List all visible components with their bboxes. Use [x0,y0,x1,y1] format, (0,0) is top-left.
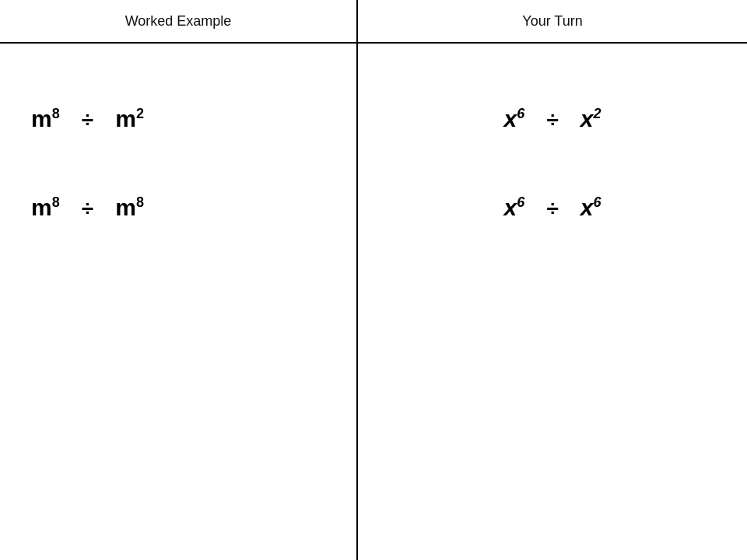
left-expression-1: m8 ÷ m2 [31,106,325,132]
right-expr1-text: x6 ÷ x2 [503,106,601,132]
left-expr2-div: ÷ [75,196,100,220]
left-expr1-text: m8 ÷ m2 [31,106,144,132]
header-left: Worked Example [0,0,358,42]
right-expression-2: x6 ÷ x6 [389,194,716,221]
right-expr1-div: ÷ [541,107,565,131]
content-right: x6 ÷ x2 x6 ÷ x6 [358,44,747,560]
page-container: Worked Example Your Turn m8 ÷ m2 m8 ÷ m8 [0,0,747,560]
left-expression-2: m8 ÷ m8 [31,194,325,221]
right-expression-1: x6 ÷ x2 [389,106,716,132]
your-turn-label: Your Turn [522,13,582,30]
content-row: m8 ÷ m2 m8 ÷ m8 x6 ÷ x2 [0,44,747,560]
right-expr2-text: x6 ÷ x6 [503,194,601,221]
left-expr1-div: ÷ [75,107,100,131]
left-expr2-text: m8 ÷ m8 [31,194,144,221]
header-right: Your Turn [358,0,747,42]
header-row: Worked Example Your Turn [0,0,747,44]
content-left: m8 ÷ m2 m8 ÷ m8 [0,44,358,560]
worked-example-label: Worked Example [125,13,232,30]
right-expr2-div: ÷ [541,196,565,220]
